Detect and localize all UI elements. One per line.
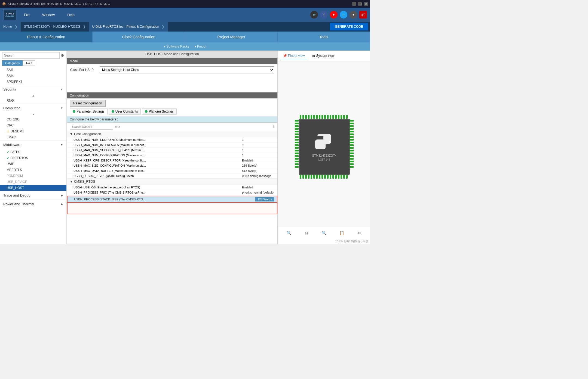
tree-item-process-prio[interactable]: USBH_PROCESS_PRIO (The CMSIS-RTOS osPrio… bbox=[67, 190, 277, 195]
social-icon-twitter[interactable]: 🐦 bbox=[340, 11, 347, 18]
sidebar-power-header[interactable]: Power and Thermal ▶ bbox=[0, 200, 66, 208]
tree-item-keep-cfg[interactable]: USBH_KEEP_CFG_DESCRIPTOR (Keep the confi… bbox=[67, 158, 277, 163]
config-tab-params[interactable]: Parameter Settings bbox=[70, 108, 108, 115]
svg-rect-70 bbox=[350, 163, 354, 165]
sub-tabs: ▾ Software Packs ▾ Pinout bbox=[0, 42, 370, 51]
sidebar-item-spdifrx1[interactable]: SPDIFRX1 bbox=[0, 79, 66, 85]
sidebar-security-header[interactable]: Security ▼ bbox=[0, 85, 66, 94]
breadcrumb-device[interactable]: STM32H723ZGTx · NUCLEO-H723ZG bbox=[21, 22, 89, 32]
sidebar-item-freertos[interactable]: ✔FREERTOS bbox=[0, 155, 66, 161]
tree-item-supported-class[interactable]: USBH_MAX_NUM_SUPPORTED_CLASS (Maximu... … bbox=[67, 148, 277, 153]
sidebar-item-pdm2pcm[interactable]: PDM2PCM bbox=[0, 173, 66, 179]
social-icon-st[interactable]: ST bbox=[359, 11, 367, 18]
reset-config-button[interactable]: Reset Configuration bbox=[70, 100, 106, 107]
param-value-endpoints: 1 bbox=[242, 138, 275, 141]
sidebar-trace-header[interactable]: Trace and Debug ▶ bbox=[0, 191, 66, 200]
sidebar-tab-categories[interactable]: Categories bbox=[2, 60, 23, 66]
svg-rect-40 bbox=[295, 131, 299, 132]
title-bar-left: 📦 STM32CubeMX U Disk FreeRTOS.ioc: STM32… bbox=[2, 2, 110, 6]
svg-rect-43 bbox=[295, 139, 299, 141]
class-select[interactable]: Mass Storage Host Class bbox=[100, 66, 274, 73]
subtab-pinout[interactable]: ▾ Pinout bbox=[195, 45, 206, 48]
sidebar-item-rng[interactable]: RNG bbox=[0, 98, 66, 104]
breadcrumb-home[interactable]: Home bbox=[0, 22, 21, 32]
params-search-input[interactable] bbox=[70, 124, 113, 130]
svg-rect-2 bbox=[305, 115, 307, 119]
svg-rect-58 bbox=[350, 131, 354, 132]
svg-rect-18 bbox=[300, 175, 301, 179]
fit-screen-icon[interactable]: ⊡ bbox=[303, 229, 310, 237]
tab-project[interactable]: Project Manager bbox=[185, 32, 278, 42]
tab-clock[interactable]: Clock Configuration bbox=[93, 32, 185, 42]
tree-item-interfaces[interactable]: USBH_MAX_NUM_INTERFACES (Maximun number.… bbox=[67, 142, 277, 148]
tree-item-debug-level[interactable]: USBH_DEBUG_LEVEL (USBH Debug Level) 0: N… bbox=[67, 173, 277, 179]
title-bar: 📦 STM32CubeMX U Disk FreeRTOS.ioc: STM32… bbox=[0, 0, 370, 8]
tree-item-configuration[interactable]: USBH_MAX_NUM_CONFIGURATION (Maximun nu..… bbox=[67, 153, 277, 158]
sidebar-tab-az[interactable]: A->Z bbox=[23, 60, 35, 66]
param-value-debug-level: 0: No debug message bbox=[242, 174, 275, 178]
menu-file[interactable]: File bbox=[22, 12, 32, 18]
chip-container: STM32H723ZGTx LQFP144 bbox=[294, 114, 354, 174]
sidebar-item-mbedtls[interactable]: MBEDTLS bbox=[0, 167, 66, 173]
cmsis-collapse: ▼ bbox=[70, 180, 73, 184]
params-tree: ▼ Host Configuration USBH_MAX_NUM_ENDPOI… bbox=[67, 131, 277, 244]
info-icon[interactable]: ℹ bbox=[273, 125, 275, 129]
svg-rect-11 bbox=[330, 115, 331, 119]
tree-item-use-os[interactable]: USBH_USE_OS (Enable the support of an RT… bbox=[67, 185, 277, 190]
sidebar-item-crc[interactable]: CRC bbox=[0, 122, 66, 128]
export-icon[interactable]: 📋 bbox=[338, 229, 345, 237]
settings-icon[interactable]: ⚙ bbox=[356, 229, 363, 237]
tree-item-endpoints[interactable]: USBH_MAX_NUM_ENDPOINTS (Maximum number..… bbox=[67, 137, 277, 142]
generate-code-button[interactable]: GENERATE CODE bbox=[330, 23, 368, 30]
config-tab-constants[interactable]: User Constants bbox=[109, 108, 141, 115]
computing-scroll-up[interactable]: ▲ bbox=[0, 112, 66, 116]
params-search-bar: ◁ ▷ ℹ bbox=[67, 123, 277, 131]
svg-rect-28 bbox=[327, 175, 329, 179]
svg-rect-71 bbox=[350, 166, 354, 168]
sidebar-item-fmac[interactable]: FMAC bbox=[0, 134, 66, 140]
tree-item-stack-size[interactable]: USBH_PROCESS_STACK_SIZE (The CMSIS-RTO..… bbox=[67, 196, 277, 203]
svg-rect-50 bbox=[295, 158, 299, 160]
config-tab-platform[interactable]: Platform Settings bbox=[142, 108, 176, 115]
scroll-up-arrow[interactable]: ▲ bbox=[0, 94, 66, 98]
view-tab-system[interactable]: ⊞ System view bbox=[310, 53, 337, 59]
host-config-header[interactable]: ▼ Host Configuration bbox=[67, 131, 277, 137]
zoom-out-icon[interactable]: 🔍 bbox=[320, 229, 328, 237]
param-name-keep-cfg: USBH_KEEP_CFG_DESCRIPTOR (Keep the confi… bbox=[74, 159, 242, 162]
tab-pinout[interactable]: Pinout & Configuration bbox=[0, 32, 93, 42]
next-icon[interactable]: ▷ bbox=[118, 125, 120, 129]
app-logo: STM32 CubeMX bbox=[3, 9, 16, 20]
sidebar-item-sai4[interactable]: SAI4 bbox=[0, 73, 66, 79]
cmsis-rtos-header[interactable]: ▼ CMSIS_RTOS bbox=[67, 179, 277, 185]
menu-window[interactable]: Window bbox=[40, 12, 57, 18]
maximize-button[interactable]: ❐ bbox=[358, 2, 362, 6]
svg-rect-65 bbox=[350, 150, 354, 151]
sidebar-item-lwip[interactable]: LWIP bbox=[0, 161, 66, 167]
sidebar-item-usb-host[interactable]: USB_HOST bbox=[0, 185, 66, 191]
sidebar-middleware-header[interactable]: Middleware ▼ bbox=[0, 141, 66, 149]
gear-icon[interactable]: ⚙ bbox=[61, 53, 64, 58]
zoom-in-icon[interactable]: 🔍 bbox=[285, 229, 293, 237]
social-icon-1[interactable]: 10 bbox=[310, 11, 318, 18]
menu-help[interactable]: Help bbox=[65, 12, 77, 18]
social-icon-network[interactable]: ✦ bbox=[350, 11, 357, 18]
sidebar-item-fatfs[interactable]: ✔FATFS bbox=[0, 149, 66, 155]
subtab-software-packs[interactable]: ▾ Software Packs bbox=[164, 45, 189, 48]
tree-item-data-buffer[interactable]: USBH_MAX_DATA_BUFFER (Maximum size of te… bbox=[67, 168, 277, 173]
sidebar-item-usb-device[interactable]: USB_DEVICE bbox=[0, 179, 66, 185]
sidebar-item-sai1[interactable]: SAI1 bbox=[0, 67, 66, 73]
tab-tools[interactable]: Tools bbox=[278, 32, 370, 42]
view-tab-pinout[interactable]: 📌 Pinout view bbox=[280, 53, 307, 59]
svg-rect-21 bbox=[308, 175, 310, 179]
minimize-button[interactable]: — bbox=[352, 2, 356, 6]
tree-item-max-size-config[interactable]: USBH_MAX_SIZE_CONFIGURATION (Maximun siz… bbox=[67, 163, 277, 168]
social-icon-youtube[interactable]: ▶ bbox=[330, 11, 338, 18]
sidebar-item-dfsdm1[interactable]: ⚠DFSDM1 bbox=[0, 128, 66, 134]
prev-icon[interactable]: ◁ bbox=[114, 125, 117, 129]
close-button[interactable]: ✕ bbox=[364, 2, 368, 6]
sidebar-computing-header[interactable]: Computing ▼ bbox=[0, 104, 66, 112]
param-value-supported-class: 1 bbox=[242, 148, 275, 152]
social-icon-facebook[interactable]: f bbox=[320, 11, 328, 18]
search-input[interactable] bbox=[2, 52, 60, 59]
sidebar-item-cordic[interactable]: CORDIC bbox=[0, 116, 66, 122]
